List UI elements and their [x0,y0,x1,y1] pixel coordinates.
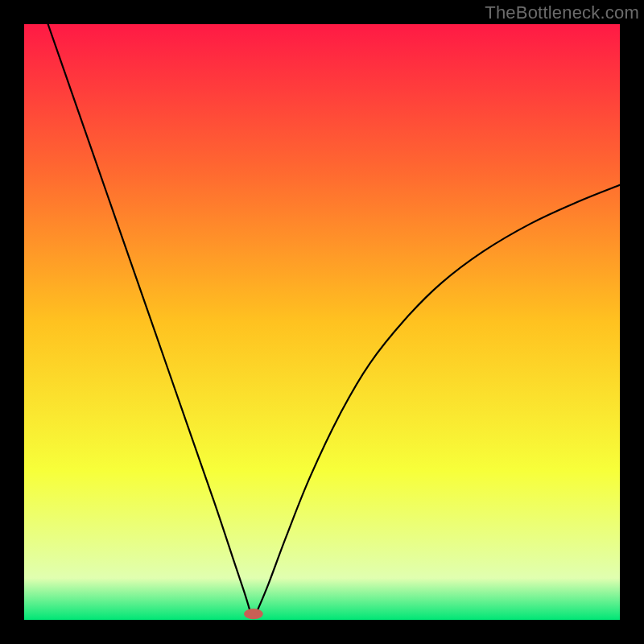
minimum-marker [244,609,263,619]
watermark-text: TheBottleneck.com [485,2,639,23]
chart-svg [24,24,620,620]
gradient-background [24,24,620,620]
plot-area [24,24,620,620]
chart-frame: TheBottleneck.com [0,0,644,644]
